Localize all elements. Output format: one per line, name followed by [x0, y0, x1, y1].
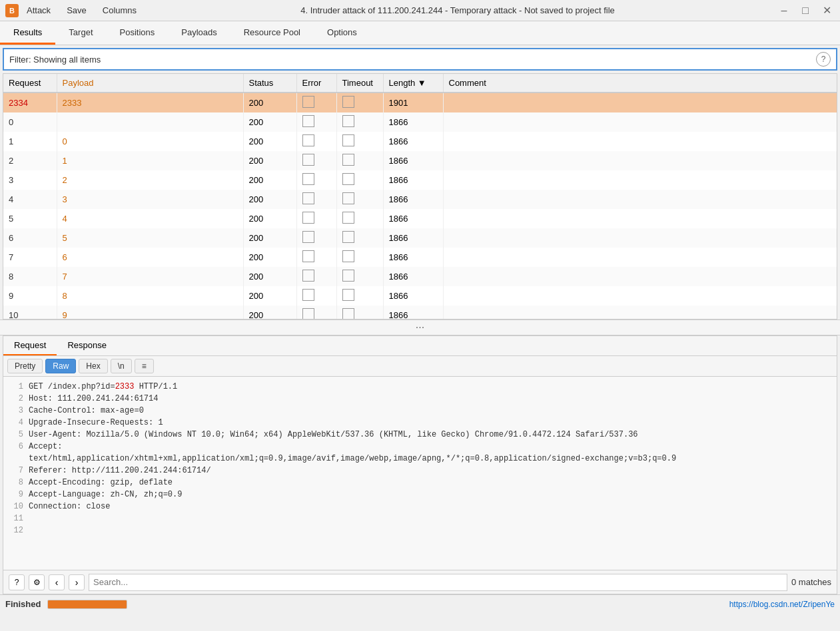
tab-options[interactable]: Options — [314, 21, 370, 45]
table-row[interactable]: 5 4 200 1866 — [3, 209, 837, 228]
error-checkbox[interactable] — [302, 115, 314, 127]
timeout-checkbox[interactable] — [342, 308, 354, 319]
filter-text: Filter: Showing all items — [9, 55, 816, 65]
cell-payload: 7 — [57, 267, 243, 286]
col-header-request[interactable]: Request — [3, 74, 57, 93]
search-back-button[interactable]: ‹ — [49, 574, 65, 590]
table-row[interactable]: 9 8 200 1866 — [3, 286, 837, 306]
cell-comment — [443, 267, 837, 286]
code-line-4: 4 Upgrade-Insecure-Requests: 1 — [9, 417, 831, 429]
bottom-tabbar: Request Response — [3, 336, 837, 356]
search-help-icon[interactable]: ? — [9, 574, 25, 590]
cell-timeout — [336, 267, 383, 286]
tab-positions[interactable]: Positions — [107, 21, 169, 45]
tab-payloads[interactable]: Payloads — [168, 21, 230, 45]
cell-length: 1866 — [383, 248, 443, 267]
table-row[interactable]: 2334 2333 200 1901 — [3, 93, 837, 112]
timeout-checkbox[interactable] — [342, 134, 354, 146]
cell-timeout — [336, 209, 383, 228]
col-header-error[interactable]: Error — [296, 74, 336, 93]
col-header-payload[interactable]: Payload — [57, 74, 243, 93]
table-row[interactable]: 1 0 200 1866 — [3, 132, 837, 151]
table-row[interactable]: 6 5 200 1866 — [3, 228, 837, 248]
cell-error — [296, 93, 336, 112]
error-checkbox[interactable] — [302, 173, 314, 185]
cell-status: 200 — [243, 93, 296, 112]
search-input[interactable] — [89, 574, 787, 591]
filter-help-button[interactable]: ? — [816, 52, 831, 67]
tab-results[interactable]: Results — [0, 21, 55, 45]
col-header-comment[interactable]: Comment — [443, 74, 837, 93]
timeout-checkbox[interactable] — [342, 96, 354, 108]
window-controls: – □ ✕ — [776, 3, 835, 19]
error-checkbox[interactable] — [302, 212, 314, 224]
code-line-12: 12 — [9, 525, 831, 536]
tab-target[interactable]: Target — [55, 21, 106, 45]
cell-timeout — [336, 170, 383, 190]
col-header-length[interactable]: Length ▼ — [383, 74, 443, 93]
fmt-pretty[interactable]: Pretty — [7, 359, 43, 373]
statusbar: Finished https://blog.csdn.net/ZripenYe — [0, 594, 840, 613]
table-row[interactable]: 7 6 200 1866 — [3, 248, 837, 267]
filter-bar[interactable]: Filter: Showing all items ? — [3, 48, 837, 71]
tab-request[interactable]: Request — [3, 336, 57, 355]
error-checkbox[interactable] — [302, 270, 314, 282]
error-checkbox[interactable] — [302, 250, 314, 262]
table-row[interactable]: 2 1 200 1866 — [3, 151, 837, 170]
cell-length: 1866 — [383, 267, 443, 286]
cell-comment — [443, 190, 837, 209]
menu-columns[interactable]: Columns — [100, 4, 139, 17]
cell-payload: 5 — [57, 228, 243, 248]
timeout-checkbox[interactable] — [342, 173, 354, 185]
table-row[interactable]: 3 2 200 1866 — [3, 170, 837, 190]
timeout-checkbox[interactable] — [342, 250, 354, 262]
table-row[interactable]: 4 3 200 1866 — [3, 190, 837, 209]
error-checkbox[interactable] — [302, 192, 314, 204]
error-checkbox[interactable] — [302, 289, 314, 301]
menu-save[interactable]: Save — [64, 4, 89, 17]
cell-payload — [57, 112, 243, 132]
timeout-checkbox[interactable] — [342, 192, 354, 204]
table-row[interactable]: 8 7 200 1866 — [3, 267, 837, 286]
search-settings-icon[interactable]: ⚙ — [29, 574, 45, 590]
timeout-checkbox[interactable] — [342, 212, 354, 224]
timeout-checkbox[interactable] — [342, 115, 354, 127]
maximize-button[interactable]: □ — [797, 3, 813, 19]
cell-error — [296, 170, 336, 190]
timeout-checkbox[interactable] — [342, 270, 354, 282]
cell-status: 200 — [243, 112, 296, 132]
search-forward-button[interactable]: › — [69, 574, 85, 590]
cell-status: 200 — [243, 209, 296, 228]
error-checkbox[interactable] — [302, 308, 314, 319]
cell-timeout — [336, 190, 383, 209]
error-checkbox[interactable] — [302, 134, 314, 146]
cell-error — [296, 228, 336, 248]
results-table-container[interactable]: Request Payload Status Error Timeout Len… — [3, 73, 837, 319]
code-line-6a: 6 Accept: — [9, 441, 831, 453]
error-checkbox[interactable] — [302, 231, 314, 243]
table-row[interactable]: 10 9 200 1866 — [3, 306, 837, 319]
cell-request: 3 — [3, 170, 57, 190]
fmt-newline[interactable]: \n — [111, 359, 132, 373]
cell-comment — [443, 306, 837, 319]
fmt-menu[interactable]: ≡ — [135, 359, 154, 373]
code-line-6b: text/html,application/xhtml+xml,applicat… — [9, 453, 831, 465]
menu-attack[interactable]: Attack — [24, 4, 53, 17]
fmt-raw[interactable]: Raw — [45, 359, 76, 373]
error-checkbox[interactable] — [302, 96, 314, 108]
tab-response[interactable]: Response — [57, 336, 117, 355]
timeout-checkbox[interactable] — [342, 154, 354, 166]
error-checkbox[interactable] — [302, 154, 314, 166]
timeout-checkbox[interactable] — [342, 289, 354, 301]
timeout-checkbox[interactable] — [342, 231, 354, 243]
close-button[interactable]: ✕ — [819, 3, 835, 19]
col-header-timeout[interactable]: Timeout — [336, 74, 383, 93]
cell-request: 8 — [3, 267, 57, 286]
cell-comment — [443, 151, 837, 170]
table-row[interactable]: 0 200 1866 — [3, 112, 837, 132]
col-header-status[interactable]: Status — [243, 74, 296, 93]
fmt-hex[interactable]: Hex — [79, 359, 107, 373]
cell-timeout — [336, 306, 383, 319]
minimize-button[interactable]: – — [776, 3, 792, 19]
tab-resource-pool[interactable]: Resource Pool — [230, 21, 314, 45]
